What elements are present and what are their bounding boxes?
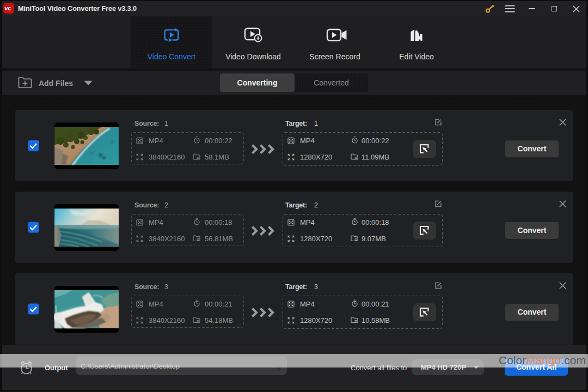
svg-text:vc: vc <box>4 5 11 11</box>
